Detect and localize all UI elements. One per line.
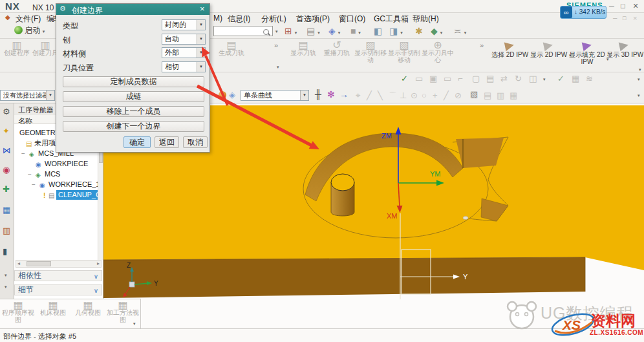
roles-gear-icon[interactable]: ⚙ xyxy=(3,107,10,116)
small-strip-caret[interactable]: ▾ xyxy=(543,77,546,82)
cancel-button[interactable]: 取消 xyxy=(183,136,208,148)
generate-toolpath-button[interactable]: ▤生成刀轨 xyxy=(215,40,248,56)
tree-item-workpiece[interactable]: ◉WORKPIECE xyxy=(14,159,98,169)
snap-center-icon[interactable]: ⊙ xyxy=(411,91,418,100)
small-icon-8[interactable]: ⇄ xyxy=(500,74,508,83)
restore-button[interactable]: □ xyxy=(621,2,625,10)
hscroll-thumb[interactable] xyxy=(27,261,51,266)
chaining-button[interactable]: 成链 xyxy=(63,91,204,102)
ribbon-overflow-left[interactable]: » xyxy=(274,41,278,49)
small-icon-5[interactable]: ⌐ xyxy=(458,74,463,83)
details-section[interactable]: 细节∨ xyxy=(14,284,102,295)
fit-window-icon[interactable]: ⊞ ▾ xyxy=(284,26,297,36)
menu-clipped[interactable]: M) xyxy=(213,14,222,23)
solid-body-icon[interactable]: ▧ xyxy=(470,90,478,98)
snap-disable-icon[interactable]: ⊘ xyxy=(455,91,462,100)
snap-intersection-icon[interactable]: + xyxy=(433,91,438,100)
machining-method-view-button[interactable]: ▦加工方法视图 xyxy=(106,300,140,323)
material-side-dropdown[interactable]: 外部▼ xyxy=(162,47,206,58)
assembly-navigator-icon[interactable]: ✦ xyxy=(3,127,10,135)
stop-at-intersection-icon[interactable]: ╫ xyxy=(315,90,321,99)
mdi-close-button[interactable]: × xyxy=(633,14,637,22)
create-next-boundary-button[interactable]: 创建下一个边界 xyxy=(63,121,204,132)
tree-item-cleanup[interactable]: !▤CLEANUP_C xyxy=(14,190,98,200)
snap-flower-icon[interactable]: ✻ xyxy=(327,90,335,99)
show-tool-center-button[interactable]: ⊕显示刀具中心 xyxy=(422,40,454,63)
selection-bar-caret[interactable]: ▾ xyxy=(638,93,640,98)
show-3d-ipw-button[interactable]: 显示 3D IPW xyxy=(606,40,641,58)
dialog-close-icon[interactable]: × xyxy=(200,4,205,14)
tree-item-mcs[interactable]: −◈MCS xyxy=(14,169,98,179)
remove-last-member-button[interactable]: 移除上一个成员 xyxy=(63,106,204,117)
program-order-view-button[interactable]: ▦程序顺序视图 xyxy=(1,300,35,323)
show-toolpath-button[interactable]: ▤显示刀轨 xyxy=(287,40,319,56)
snap-point-icon[interactable]: ⌖ xyxy=(356,91,360,101)
history-icon[interactable]: ▥ xyxy=(3,226,10,235)
sphere-filter-icon[interactable] xyxy=(219,91,226,99)
selection-filter-dropdown[interactable]: 没有选择过滤器▼ xyxy=(0,90,55,101)
close-button[interactable]: × xyxy=(633,1,638,11)
snapshot-icon[interactable]: ▤ ▾ xyxy=(306,26,320,36)
small-icon-7[interactable]: ▤ xyxy=(486,74,494,83)
small-icon-check[interactable]: ✓ xyxy=(401,74,408,83)
type-dropdown[interactable]: 封闭的▼ xyxy=(162,19,206,30)
expander-icon[interactable]: − xyxy=(21,149,25,158)
resource-bar-caret-2[interactable]: ▾ xyxy=(5,284,7,290)
show-cut-moves-button[interactable]: ▨显示切削移动 xyxy=(354,40,387,63)
snap-midpoint-icon[interactable]: ╲ xyxy=(378,91,383,100)
create-program-button[interactable]: ▥创建程序 xyxy=(3,40,31,56)
start-button[interactable]: 启动 ▾ xyxy=(14,25,45,36)
replay-toolpath-button[interactable]: ↺重播刀轨 xyxy=(321,40,353,56)
navigator-hscrollbar[interactable]: ◂ ▸ xyxy=(16,260,102,268)
geometry-view-button[interactable]: ▦几何视图 xyxy=(71,300,105,316)
back-button[interactable]: 返回 xyxy=(155,136,179,148)
solid-filter-icon[interactable]: ◈ xyxy=(229,91,235,99)
small-icon-9[interactable]: ↻ xyxy=(515,74,522,83)
show-hide-alt-icon[interactable]: ◨ ▾ xyxy=(389,26,403,36)
tool-position-dropdown[interactable]: 相切▼ xyxy=(162,61,206,72)
dialog-title-bar[interactable]: ⚙ 创建边界 × xyxy=(56,4,209,15)
tree-item-workpiece-1[interactable]: −◉WORKPIECE_1 xyxy=(14,180,98,189)
snap-perpendicular-icon[interactable]: ⊥ xyxy=(400,91,407,100)
post-icon-4[interactable]: ▦ xyxy=(510,91,517,100)
constraint-navigator-icon[interactable]: ⋈ xyxy=(3,146,11,155)
plane-dropdown[interactable]: 自动▼ xyxy=(162,34,206,45)
expander-icon[interactable]: − xyxy=(32,180,36,189)
orient-view-icon[interactable]: ◈ ▾ xyxy=(328,26,340,36)
small-icon-13[interactable]: ≋ xyxy=(586,74,593,83)
post-icon-2[interactable]: ▤ xyxy=(484,91,491,100)
search-caret[interactable]: ▾ xyxy=(275,29,278,34)
small-icon-3[interactable]: ▣ xyxy=(429,74,437,83)
small-icon-11[interactable]: ✓ xyxy=(557,74,564,83)
curve-rule-dropdown[interactable]: 单条曲线▼ xyxy=(241,90,309,101)
snap-circle-icon[interactable]: ○ xyxy=(422,91,427,100)
mdi-minimize-button[interactable]: ─ xyxy=(613,15,617,21)
measure-icon[interactable]: ≍ ▾ xyxy=(454,26,466,36)
post-icon-3[interactable]: ▥ xyxy=(497,91,504,100)
part-navigator-icon[interactable]: ◉ xyxy=(3,166,10,174)
small-icon-10[interactable]: ◫ xyxy=(529,74,537,83)
ribbon-caret-left[interactable]: ▾ xyxy=(277,65,279,70)
tools-gear-icon[interactable]: ✱ xyxy=(415,26,423,36)
show-filled-2d-ipw-button[interactable]: 显示填充 2D IPW xyxy=(568,40,606,65)
resource-bar-caret-1[interactable]: ▾ xyxy=(5,273,7,278)
view-strip-caret[interactable]: ▾ xyxy=(133,321,136,326)
small-icon-2[interactable]: ▭ xyxy=(415,74,423,83)
snap-endpoint-icon[interactable]: ╱ xyxy=(367,91,372,100)
minimize-button[interactable]: ─ xyxy=(609,2,614,10)
mdi-restore-button[interactable]: □ xyxy=(623,15,626,21)
show-hide-icon[interactable]: ◧ xyxy=(374,26,382,36)
scroll-right-icon[interactable]: ▸ xyxy=(97,261,100,266)
follow-arrow-icon[interactable]: → xyxy=(339,90,349,99)
snap-arc-icon[interactable]: ⌒ xyxy=(389,91,397,102)
small-icon-4[interactable]: ▭ xyxy=(444,74,451,83)
web-browser-icon[interactable]: ▦ xyxy=(3,206,10,214)
show-noncut-moves-button[interactable]: ▧显示非切削移动 xyxy=(388,40,420,63)
render-style-icon[interactable]: ■ ▾ xyxy=(350,26,361,36)
machine-tool-view-button[interactable]: ▦机床视图 xyxy=(36,300,70,316)
touch-panel-icon[interactable]: ▮ xyxy=(3,247,7,255)
scroll-left-icon[interactable]: ◂ xyxy=(17,261,20,266)
small-strip-caret-2[interactable]: ▾ xyxy=(638,77,640,82)
dependencies-section[interactable]: 相依性∨ xyxy=(14,270,102,281)
expander-icon[interactable]: − xyxy=(28,169,32,179)
